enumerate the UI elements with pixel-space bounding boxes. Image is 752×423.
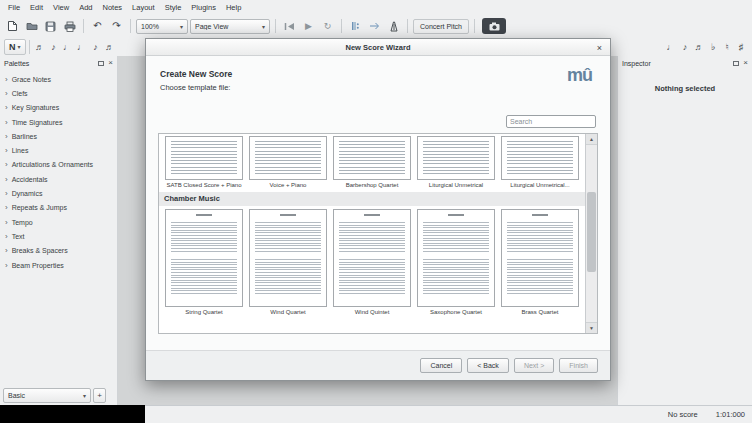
menu-item[interactable]: Help xyxy=(221,0,246,15)
redo-button[interactable]: ↷ xyxy=(108,18,125,35)
dialog-close-button[interactable]: × xyxy=(593,41,606,54)
dialog-titlebar[interactable]: New Score Wizard × xyxy=(146,39,610,56)
template-item[interactable]: Barbershop Quartet xyxy=(330,136,414,188)
template-thumbnail xyxy=(249,209,327,307)
note-duration-button[interactable]: ♬ xyxy=(103,38,117,55)
note-accidental-button[interactable]: ♭ xyxy=(706,38,720,55)
template-search-input[interactable] xyxy=(506,115,596,128)
note-accidental-button[interactable]: ♩ xyxy=(664,38,678,55)
note-duration-button[interactable]: ♪ xyxy=(89,38,103,55)
chevron-right-icon: › xyxy=(5,175,8,184)
template-item[interactable]: Wind Quartet xyxy=(246,209,330,315)
close-panel-icon[interactable]: × xyxy=(108,59,113,67)
template-item[interactable]: String Quartet xyxy=(162,209,246,315)
palette-item[interactable]: › Accidentals xyxy=(0,172,117,186)
finish-button[interactable]: Finish xyxy=(559,358,598,373)
note-input-mode-button[interactable]: N ▾ xyxy=(4,39,26,55)
play-repeats-button[interactable] xyxy=(347,18,364,35)
template-thumbnail xyxy=(249,136,327,180)
menu-item[interactable]: Add xyxy=(74,0,97,15)
palette-item[interactable]: › Beam Properties xyxy=(0,258,117,272)
template-item[interactable]: Voice + Piano xyxy=(246,136,330,188)
dialog-subheading: Choose template file: xyxy=(160,83,230,92)
back-button[interactable]: < Back xyxy=(467,358,509,373)
template-thumbnail xyxy=(165,209,243,307)
workspace-select[interactable]: Basic ▾ xyxy=(3,388,91,403)
rewind-button[interactable] xyxy=(281,18,298,35)
template-label: Barbershop Quartet xyxy=(333,182,411,188)
palette-item[interactable]: › Lines xyxy=(0,143,117,157)
palette-item[interactable]: › Dynamics xyxy=(0,186,117,200)
chevron-right-icon: › xyxy=(5,103,8,112)
toolbar-separator xyxy=(130,19,131,33)
metronome-button[interactable] xyxy=(385,18,402,35)
menu-item[interactable]: View xyxy=(48,0,74,15)
float-panel-icon[interactable] xyxy=(98,61,104,66)
note-accidental-button[interactable]: ♮ xyxy=(720,38,734,55)
note-accidental-button[interactable]: ♪ xyxy=(678,38,692,55)
close-panel-icon[interactable]: × xyxy=(743,59,748,67)
menu-item[interactable]: File xyxy=(3,0,25,15)
note-accidental-buttons-right: ♩♪♬♭♮♯ xyxy=(664,37,748,56)
note-duration-button[interactable]: ♩ xyxy=(61,38,75,55)
pan-playback-button[interactable] xyxy=(366,18,383,35)
menu-item[interactable]: Style xyxy=(160,0,187,15)
template-thumbnail xyxy=(417,136,495,180)
float-panel-icon[interactable] xyxy=(733,61,739,66)
add-workspace-button[interactable]: + xyxy=(93,388,106,403)
scroll-up-button[interactable]: ▲ xyxy=(586,134,597,145)
scroll-down-button[interactable]: ▼ xyxy=(586,322,597,333)
note-accidental-button[interactable]: ♯ xyxy=(734,38,748,55)
chevron-down-icon: ▾ xyxy=(180,23,183,30)
palette-item[interactable]: › Tempo xyxy=(0,215,117,229)
open-button[interactable] xyxy=(23,18,40,35)
print-button[interactable] xyxy=(61,18,78,35)
save-button[interactable] xyxy=(42,18,59,35)
template-item[interactable]: Brass Quartet xyxy=(498,209,582,315)
note-duration-button[interactable]: ♬ xyxy=(33,38,47,55)
cancel-button[interactable]: Cancel xyxy=(420,358,462,373)
menu-item[interactable]: Layout xyxy=(127,0,160,15)
template-item[interactable]: Liturgical Unmetrical... xyxy=(498,136,582,188)
image-capture-button[interactable] xyxy=(482,18,506,34)
new-score-button[interactable] xyxy=(4,18,21,35)
palette-item[interactable]: › Time Signatures xyxy=(0,115,117,129)
main-toolbar: ↶ ↷ 100% ▾ Page View ▾ ▶ ↻ Concert Pitch xyxy=(0,15,752,37)
template-item[interactable]: SATB Closed Score + Piano xyxy=(162,136,246,188)
template-item[interactable]: Saxophone Quartet xyxy=(414,209,498,315)
toolbar-separator xyxy=(275,19,276,33)
template-thumbnail xyxy=(501,209,579,307)
inspector-title: Inspector xyxy=(622,60,729,67)
next-button[interactable]: Next > xyxy=(514,358,554,373)
template-item[interactable]: Liturgical Unmetrical xyxy=(414,136,498,188)
note-duration-button[interactable]: ♪ xyxy=(47,38,61,55)
scrollbar-thumb[interactable] xyxy=(587,192,596,272)
loop-playback-button[interactable]: ↻ xyxy=(319,18,336,35)
zoom-select[interactable]: 100% ▾ xyxy=(136,19,188,34)
palette-item[interactable]: › Breaks & Spacers xyxy=(0,244,117,258)
template-thumbnail xyxy=(501,136,579,180)
palette-item[interactable]: › Key Signatures xyxy=(0,101,117,115)
palette-item[interactable]: › Clefs xyxy=(0,86,117,100)
menu-item[interactable]: Notes xyxy=(98,0,128,15)
menu-item[interactable]: Edit xyxy=(25,0,48,15)
view-mode-select[interactable]: Page View ▾ xyxy=(190,19,270,34)
chevron-right-icon: › xyxy=(5,118,8,127)
template-scrollbar[interactable]: ▲ ▼ xyxy=(585,134,597,333)
palette-item[interactable]: › Repeats & Jumps xyxy=(0,201,117,215)
dialog-footer: Cancel < Back Next > Finish xyxy=(146,350,610,380)
template-item[interactable]: Wind Quintet xyxy=(330,209,414,315)
note-accidental-button[interactable]: ♬ xyxy=(692,38,706,55)
palette-item[interactable]: › Barlines xyxy=(0,129,117,143)
inspector-header: Inspector × xyxy=(618,56,752,70)
undo-button[interactable]: ↶ xyxy=(89,18,106,35)
note-input-label: N xyxy=(9,42,16,52)
palette-item[interactable]: › Text xyxy=(0,229,117,243)
play-button[interactable]: ▶ xyxy=(300,18,317,35)
chevron-right-icon: › xyxy=(5,246,8,255)
palette-item[interactable]: › Articulations & Ornaments xyxy=(0,158,117,172)
menu-item[interactable]: Plugins xyxy=(186,0,221,15)
palette-item[interactable]: › Grace Notes xyxy=(0,72,117,86)
concert-pitch-toggle[interactable]: Concert Pitch xyxy=(413,19,469,34)
note-duration-button[interactable]: ♩ xyxy=(75,38,89,55)
